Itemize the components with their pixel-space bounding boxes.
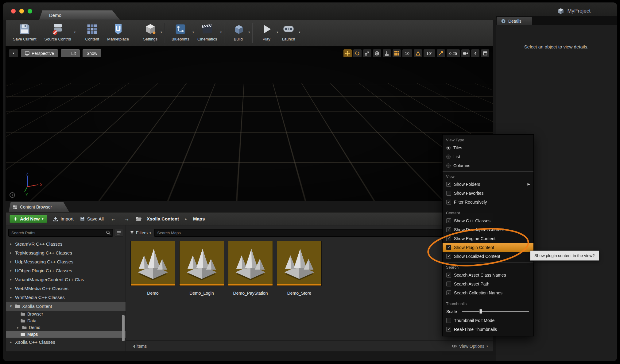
- add-new-button[interactable]: Add New ▾: [10, 215, 47, 223]
- breadcrumb-root[interactable]: Xsolla Content: [147, 216, 179, 221]
- expander-icon[interactable]: ▸: [16, 326, 20, 330]
- expander-icon[interactable]: ▾: [9, 304, 13, 308]
- menu-item-filter-recursively[interactable]: ✓ Filter Recursively: [443, 197, 533, 206]
- content-button[interactable]: Content: [81, 22, 103, 41]
- content-browser-icon: [13, 205, 17, 209]
- expander-icon[interactable]: ▸: [9, 251, 13, 255]
- level-viewport[interactable]: ▼ Perspective Lit Show: [6, 46, 493, 201]
- menu-item-search-asset-path[interactable]: Search Asset Path: [443, 279, 533, 288]
- asset-tile-demo[interactable]: Demo: [130, 241, 175, 296]
- scale-snap-value-button[interactable]: 0.25: [447, 49, 460, 57]
- slider-handle[interactable]: [479, 309, 482, 314]
- maximize-viewport-button[interactable]: [481, 49, 489, 57]
- menu-item-show-cpp-classes[interactable]: ✓ Show C++ Classes: [443, 216, 533, 225]
- perspective-button[interactable]: Perspective: [21, 49, 58, 57]
- menu-item-show-engine-content[interactable]: ✓ Show Engine Content: [443, 234, 533, 243]
- surface-snap-button[interactable]: [383, 49, 391, 57]
- menu-item-real-time-thumbnails[interactable]: ✓ Real-Time Thumbnails: [443, 325, 533, 334]
- minimize-window-button[interactable]: [19, 9, 24, 13]
- tree-item-maps[interactable]: Maps: [6, 331, 126, 338]
- expander-icon[interactable]: ▸: [9, 269, 13, 273]
- scale-snap-toggle-button[interactable]: [437, 49, 445, 57]
- settings-button[interactable]: Settings ▾: [139, 22, 161, 41]
- viewport-options-button[interactable]: ▼: [9, 49, 18, 57]
- lit-mode-button[interactable]: Lit: [61, 49, 80, 57]
- chevron-down-icon: ▾: [299, 30, 300, 34]
- tree-item-xsolla-content[interactable]: ▾ Xsolla Content: [6, 302, 126, 311]
- menu-item-search-asset-class-names[interactable]: ✓ Search Asset Class Names: [443, 270, 533, 279]
- tree-item-browser[interactable]: Browser: [6, 311, 126, 317]
- tree-item-steamvr[interactable]: ▸ SteamVR C++ Classes: [6, 239, 126, 248]
- marketplace-button[interactable]: Marketplace: [103, 22, 133, 41]
- tree-item-demo[interactable]: ▸ Demo: [6, 324, 126, 331]
- menu-item-tiles[interactable]: Tiles: [443, 143, 533, 152]
- menu-item-show-localized-content[interactable]: ✓ Show Localized Content: [443, 252, 533, 261]
- menu-item-show-favorites[interactable]: Show Favorites: [443, 189, 533, 197]
- sources-view-toggle-button[interactable]: [115, 229, 123, 237]
- tree-item-uobjectplugin[interactable]: ▸ UObjectPlugin C++ Classes: [6, 266, 126, 275]
- expander-icon[interactable]: ▸: [9, 295, 13, 299]
- menu-item-search-collection-names[interactable]: ✓ Search Collection Names: [443, 288, 533, 297]
- grid-snap-toggle-button[interactable]: [393, 49, 401, 57]
- details-tab[interactable]: Details: [497, 17, 532, 25]
- tree-item-webmmedia[interactable]: ▸ WebMMedia C++ Classes: [6, 284, 126, 293]
- asset-tile-demo-store[interactable]: Demo_Store: [277, 241, 322, 296]
- radio-icon: [446, 163, 451, 168]
- blueprints-button[interactable]: Blueprints ▾: [168, 22, 193, 41]
- expander-icon[interactable]: ▸: [9, 340, 13, 344]
- tree-item-data[interactable]: Data: [6, 317, 126, 324]
- menu-item-show-plugin-content[interactable]: ✓ Show Plugin Content: [443, 243, 533, 252]
- save-current-button[interactable]: Save Current: [9, 22, 41, 41]
- open-folder-icon: [21, 332, 25, 336]
- view-options-button[interactable]: View Options ▾: [451, 344, 488, 349]
- close-window-button[interactable]: [11, 9, 16, 13]
- rotate-tool-button[interactable]: [353, 49, 362, 57]
- cinematics-button[interactable]: Cinematics ▾: [193, 22, 221, 41]
- grid-snap-value-button[interactable]: 10: [402, 49, 412, 57]
- thumbnail-scale-slider[interactable]: [462, 311, 529, 312]
- expander-icon[interactable]: ▸: [9, 242, 13, 246]
- asset-tile-demo-login[interactable]: Demo_Login: [179, 241, 224, 296]
- expander-icon[interactable]: ▸: [9, 260, 13, 264]
- tree-scrollbar[interactable]: [122, 315, 125, 341]
- breadcrumb-current[interactable]: Maps: [193, 216, 205, 221]
- tree-item-wmfmedia[interactable]: ▸ WmfMedia C++ Classes: [6, 293, 126, 302]
- save-all-button[interactable]: Save All: [79, 215, 104, 223]
- menu-item-show-folders[interactable]: ✓ Show Folders ▶: [443, 180, 533, 189]
- launch-button[interactable]: Launch ▾: [277, 22, 300, 41]
- menu-item-list[interactable]: List: [443, 152, 533, 161]
- checkbox-icon: [446, 191, 451, 196]
- rotation-snap-toggle-button[interactable]: [414, 49, 422, 57]
- tree-item-udpmessaging[interactable]: ▸ UdpMessaging C++ Classes: [6, 257, 126, 266]
- search-paths-input[interactable]: [8, 229, 113, 237]
- search-assets-input[interactable]: [154, 229, 489, 237]
- show-menu-button[interactable]: Show: [83, 49, 101, 57]
- camera-speed-button[interactable]: [461, 49, 470, 57]
- rotation-snap-value-button[interactable]: 10°: [424, 49, 435, 57]
- details-tabstrip: Details: [496, 16, 617, 25]
- menu-item-show-developers-content[interactable]: ✓ Show Developers Content: [443, 225, 533, 234]
- tree-item-variantmanagercontent[interactable]: ▸ VariantManagerContent C++ Clas: [6, 275, 126, 284]
- build-button[interactable]: Build ▾: [227, 22, 249, 41]
- world-local-toggle-button[interactable]: [373, 49, 381, 57]
- translate-tool-button[interactable]: [343, 49, 352, 57]
- scale-tool-button[interactable]: [363, 49, 371, 57]
- source-control-button[interactable]: Source Control ▾: [41, 22, 75, 41]
- zoom-window-button[interactable]: [28, 9, 32, 13]
- import-button[interactable]: Import: [52, 215, 74, 223]
- menu-item-thumbnail-edit-mode[interactable]: Thumbnail Edit Mode: [443, 316, 533, 325]
- back-button[interactable]: ←: [109, 216, 118, 222]
- level-tab[interactable]: Demo: [39, 10, 120, 20]
- content-browser-tab[interactable]: Content Browser: [9, 202, 69, 212]
- camera-speed-value-button[interactable]: 4: [471, 49, 479, 57]
- expander-icon[interactable]: ▸: [9, 278, 13, 282]
- filters-button[interactable]: Filters ▾: [130, 230, 151, 235]
- tree-item-tcpmessaging[interactable]: ▸ TcpMessaging C++ Classes: [6, 248, 126, 257]
- expander-icon[interactable]: ▸: [9, 286, 13, 290]
- asset-tile-demo-paystation[interactable]: Demo_PayStation: [228, 241, 273, 296]
- play-button[interactable]: Play ▾: [255, 22, 277, 41]
- search-assets-box: [154, 229, 489, 237]
- tree-item-xsolla-cpp[interactable]: ▸ Xsolla C++ Classes: [6, 338, 126, 347]
- forward-button[interactable]: →: [122, 216, 131, 222]
- menu-item-columns[interactable]: Columns: [443, 161, 533, 170]
